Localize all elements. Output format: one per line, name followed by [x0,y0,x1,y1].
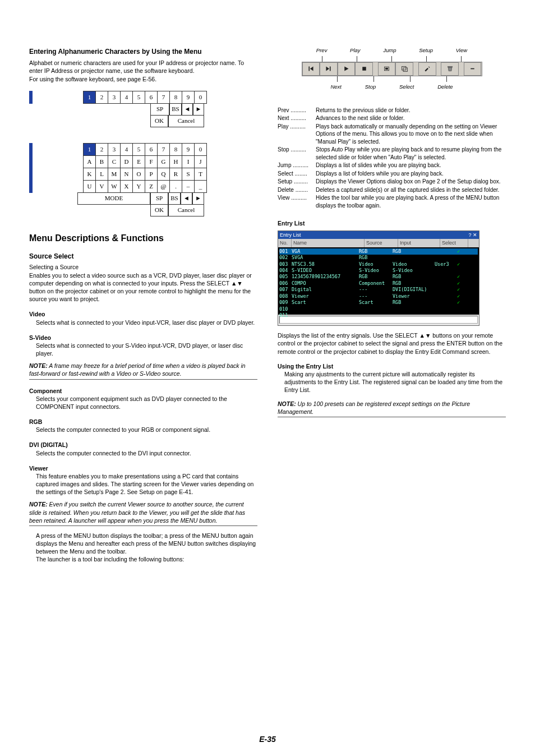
kb-key[interactable]: 5 [133,143,145,155]
para-dvi: Selects the computer connected to the DV… [29,449,257,457]
kb-mode[interactable]: MODE [77,192,150,205]
kb-key[interactable]: 3 [108,91,121,103]
kb-key[interactable]: 9 [182,143,195,155]
kb-key[interactable]: 7 [158,91,170,103]
kb-key[interactable]: 2 [96,143,108,155]
toolbar-delete-icon[interactable] [441,62,459,76]
kb-key[interactable]: A [84,155,96,168]
kb-key[interactable]: U [84,180,96,192]
kb-key[interactable]: 6 [145,143,158,155]
kb-sp[interactable]: SP [150,192,168,205]
kb-key[interactable]: 0 [195,91,207,103]
toolbar-stop-icon[interactable] [355,62,373,76]
kb-key[interactable]: J [195,155,207,168]
kb-left[interactable]: ◄ [182,103,193,116]
entry-col-header[interactable]: Source [365,239,398,247]
entry-col-header[interactable]: Select [440,239,468,247]
entry-col-header[interactable]: Name [292,239,365,247]
entry-row[interactable]: 008Viewer---Viewer✓ [279,293,478,299]
kb-key[interactable]: 7 [158,143,170,155]
entry-row[interactable]: 003NTSC3.58VideoVideoUser3✓ [279,261,478,268]
kb-key[interactable]: I [182,155,195,168]
entry-row[interactable]: 010 [279,306,478,312]
kb-key[interactable]: F [145,155,158,168]
kb-key[interactable]: – [182,180,195,192]
kb-key[interactable]: X [121,180,133,192]
kb-bs[interactable]: BS [168,192,181,205]
kb-sp[interactable]: SP [150,103,169,116]
kb-key[interactable]: _ [195,180,207,192]
kb-cancel[interactable]: Cancel [168,115,204,127]
kb-right[interactable]: ► [192,192,204,205]
entry-row[interactable]: 001VGARGBRGB✓ [279,248,478,255]
kb-key[interactable]: E [133,155,145,168]
kb-key[interactable]: @ [158,180,170,192]
toolbar-jump-icon[interactable] [378,62,396,76]
kb-key[interactable]: Y [133,180,145,192]
entry-row[interactable]: 002SVGARGB [279,255,478,261]
entry-list-window: Entry List ? ✕ No.NameSourceInputSelect … [278,231,479,326]
entry-row[interactable]: 004S-VIDEOS-VideoS-Video [279,268,478,274]
kb-key[interactable]: B [96,155,108,168]
kb-key[interactable]: L [96,168,108,180]
kb-key[interactable]: O [133,168,145,180]
kb-key[interactable]: P [145,168,158,180]
kb-key[interactable]: V [96,180,108,192]
kb-key[interactable]: H [170,155,182,168]
definition-row: View ..........Hides the tool bar while … [278,194,506,209]
kb-key[interactable]: N [121,168,133,180]
heading-video: Video [29,310,257,318]
para-component: Selects your component equipment such as… [29,395,257,411]
heading-entry-list: Entry List [278,219,506,227]
entry-row[interactable]: 006COMPOComponentRGB✓ [279,280,478,287]
kb-key[interactable]: 8 [170,143,182,155]
kb-key[interactable]: Q [158,168,170,180]
entry-col-header[interactable]: No. [278,239,292,247]
kb-key[interactable]: 1 [84,143,96,155]
kb-key[interactable]: M [108,168,121,180]
toolbar-select-icon[interactable] [395,62,413,76]
kb-key[interactable]: T [195,168,207,180]
para-video: Selects what is connected to your Video … [29,319,257,326]
kb-ok[interactable]: OK [150,115,168,127]
entry-row[interactable]: 007Digital---DVI(DIGITAL)✓ [279,287,478,293]
kb-key[interactable]: 8 [170,91,182,103]
para-selecting: Enables you to select a video source suc… [29,271,257,303]
kb-key[interactable]: . [170,180,182,192]
kb-key[interactable]: W [108,180,121,192]
kb-key[interactable]: 6 [145,91,158,103]
kb-key[interactable]: 1 [84,91,96,103]
svg-rect-3 [402,67,405,71]
heading-viewer: Viewer [29,464,257,472]
kb-key[interactable]: G [158,155,170,168]
toolbar-setup-icon[interactable] [418,62,436,76]
kb-key[interactable]: 4 [121,91,133,103]
kb-key[interactable]: R [170,168,182,180]
window-buttons[interactable]: ? ✕ [468,232,477,238]
kb-key[interactable]: 2 [96,91,108,103]
kb-key[interactable]: 0 [195,143,207,155]
entry-col-header[interactable]: Input [398,239,440,247]
entry-row[interactable]: 011 [279,312,478,319]
kb-ok[interactable]: OK [150,204,168,216]
kb-key[interactable]: 9 [182,91,195,103]
kb-key[interactable]: D [121,155,133,168]
heading-dvi: DVI (DIGITAL) [29,441,257,449]
entry-row[interactable]: 009ScartScartRGB✓ [279,299,478,306]
kb-left[interactable]: ◄ [181,192,192,205]
kb-key[interactable]: S [182,168,195,180]
kb-key[interactable]: C [108,155,121,168]
toolbar-play-icon[interactable] [338,62,356,76]
kb-right[interactable]: ► [193,103,204,116]
kb-bs[interactable]: BS [169,103,182,116]
kb-key[interactable]: 3 [108,143,121,155]
kb-cancel[interactable]: Cancel [168,204,204,216]
toolbar-prev-icon[interactable] [302,62,320,76]
kb-key[interactable]: K [84,168,96,180]
kb-key[interactable]: 4 [121,143,133,155]
kb-key[interactable]: Z [145,180,158,192]
toolbar-view-icon[interactable] [464,62,482,76]
kb-key[interactable]: 5 [133,91,145,103]
toolbar-next-icon[interactable] [320,62,338,76]
entry-row[interactable]: 00512345678901234567RGBRGB✓ [279,274,478,280]
